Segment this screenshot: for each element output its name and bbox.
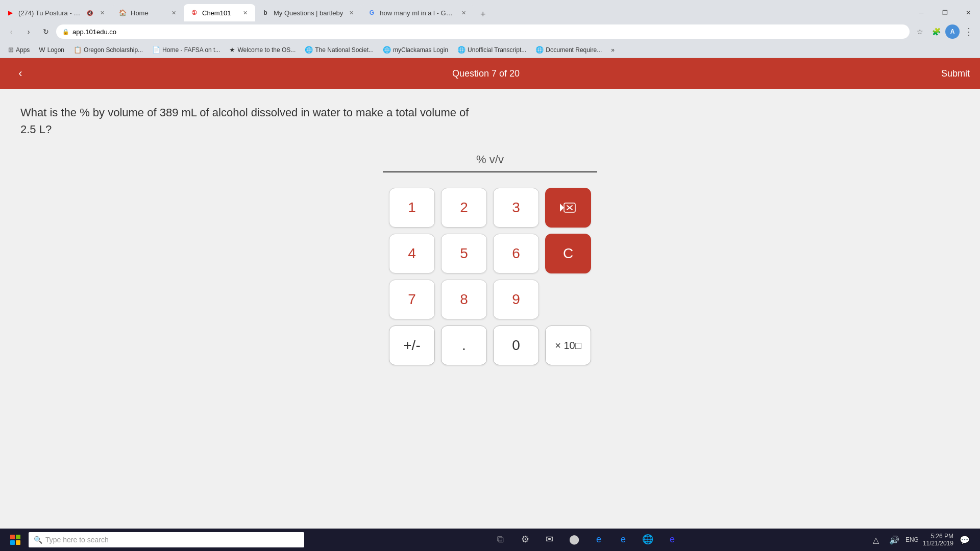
bookmark-welcome[interactable]: ★ Welcome to the OS...: [225, 45, 300, 55]
bookmark-fafsa[interactable]: 📄 Home - FAFSA on t...: [148, 45, 224, 55]
oregon-bookmark-icon: 📋: [74, 46, 82, 54]
start-button[interactable]: [4, 529, 27, 551]
taskbar-ie-button[interactable]: e: [612, 529, 634, 551]
taskbar-chrome-button[interactable]: 🌐: [636, 529, 659, 551]
ie2-icon: e: [670, 534, 675, 545]
bookmark-fafsa-label: Home - FAFSA on t...: [162, 46, 220, 54]
mail-icon: ✉: [546, 534, 553, 545]
language-indicator: ENG: [905, 536, 919, 543]
network-icon[interactable]: △: [869, 533, 883, 547]
tab-home[interactable]: 🏠 Home ✕: [112, 4, 184, 21]
page-header: ‹ Question 7 of 20 Submit: [0, 58, 980, 89]
home-tab-icon: 🏠: [118, 9, 127, 17]
tab-youtube[interactable]: ▶ (274) Tu Postura - YouT 🔇 ✕: [0, 4, 112, 21]
svg-marker-1: [560, 204, 564, 212]
calc-btn-9[interactable]: 9: [493, 280, 539, 319]
bookmark-myclackamas-label: myClackamas Login: [393, 46, 448, 54]
tab-home-close[interactable]: ✕: [169, 9, 178, 17]
maximize-button[interactable]: ❐: [933, 4, 957, 21]
close-button[interactable]: ✕: [957, 4, 980, 21]
bookmark-oregon[interactable]: 📋 Oregon Scholarship...: [69, 45, 147, 55]
taskbar-search-icon: 🔍: [34, 536, 42, 544]
tab-chem101-title: Chem101: [202, 9, 237, 17]
taskbar-cortana-button[interactable]: ⬤: [563, 529, 585, 551]
apps-bookmark-icon: ⊞: [8, 46, 14, 54]
minimize-button[interactable]: ─: [910, 4, 933, 21]
calc-btn-5[interactable]: 5: [441, 234, 487, 273]
calc-btn-4[interactable]: 4: [389, 234, 435, 273]
bookmark-myclackamas[interactable]: 🌐 myClackamas Login: [379, 45, 452, 55]
address-bar: ‹ › ↻ 🔒 app.101edu.co ☆ 🧩 A ⋮: [0, 21, 980, 42]
reload-button[interactable]: ↻: [39, 24, 53, 39]
taskbar-mail-button[interactable]: ✉: [538, 529, 561, 551]
notification-center-button[interactable]: 💬: [958, 533, 972, 547]
bookmark-unofficial[interactable]: 🌐 Unofficial Transcript...: [453, 45, 530, 55]
bookmarks-bar: ⊞ Apps W Logon 📋 Oregon Scholarship... 📄…: [0, 42, 980, 58]
bartleby-tab-icon: b: [261, 9, 270, 17]
bookmark-apps[interactable]: ⊞ Apps: [4, 45, 34, 55]
taskbar-search-placeholder: Type here to search: [45, 536, 109, 544]
page-content: What is the % by volume of 389 mL of alc…: [0, 89, 980, 529]
back-button[interactable]: ‹: [10, 63, 31, 84]
settings-icon: ⚙: [521, 534, 529, 545]
bookmark-oregon-label: Oregon Scholarship...: [84, 46, 143, 54]
forward-nav-button[interactable]: ›: [21, 24, 36, 39]
submit-button[interactable]: Submit: [941, 68, 970, 79]
bookmark-document[interactable]: 🌐 Document Require...: [531, 45, 606, 55]
fafsa-bookmark-icon: 📄: [152, 46, 160, 54]
tab-bartleby-close[interactable]: ✕: [347, 9, 355, 17]
national-bookmark-icon: 🌐: [305, 46, 313, 54]
tab-bartleby[interactable]: b My Questions | bartleby ✕: [255, 4, 361, 21]
tab-google[interactable]: G how many ml in a l - Goog ✕: [361, 4, 474, 21]
taskbar-ie2-button[interactable]: e: [661, 529, 683, 551]
edge-icon: e: [596, 534, 601, 545]
new-tab-button[interactable]: +: [476, 7, 490, 21]
task-view-icon: ⧉: [497, 534, 504, 545]
bookmark-logon-label: Logon: [47, 46, 64, 54]
cortana-icon: ⬤: [569, 534, 579, 545]
browser-menu-button[interactable]: ⋮: [962, 24, 976, 39]
calc-btn-3[interactable]: 3: [493, 188, 539, 228]
calc-btn-2[interactable]: 2: [441, 188, 487, 228]
calc-btn-8[interactable]: 8: [441, 280, 487, 319]
taskbar-task-view-button[interactable]: ⧉: [489, 529, 512, 551]
profile-button[interactable]: A: [945, 24, 960, 39]
youtube-tab-icon: ▶: [6, 9, 14, 17]
back-nav-button[interactable]: ‹: [4, 24, 18, 39]
bookmark-apps-label: Apps: [16, 46, 30, 54]
address-input[interactable]: 🔒 app.101edu.co: [56, 24, 910, 39]
tab-youtube-title: (274) Tu Postura - YouT: [18, 9, 82, 17]
calc-btn-backspace[interactable]: [545, 188, 591, 228]
bookmark-star-icon[interactable]: ☆: [913, 24, 927, 39]
clock-date: 11/21/2019: [923, 540, 953, 547]
calc-btn-7[interactable]: 7: [389, 280, 435, 319]
calc-btn-0[interactable]: 0: [493, 325, 539, 365]
window-controls: ─ ❐ ✕: [910, 4, 980, 21]
tab-chem101[interactable]: ① Chem101 ✕: [184, 4, 255, 21]
calc-btn-decimal[interactable]: .: [441, 325, 487, 365]
calc-btn-6[interactable]: 6: [493, 234, 539, 273]
calc-btn-clear[interactable]: C: [545, 234, 591, 273]
tab-google-close[interactable]: ✕: [459, 9, 468, 17]
bookmark-national[interactable]: 🌐 The National Societ...: [301, 45, 378, 55]
bookmark-logon[interactable]: W Logon: [35, 45, 68, 55]
welcome-bookmark-icon: ★: [229, 46, 235, 54]
volume-icon[interactable]: 🔊: [887, 533, 901, 547]
taskbar-settings-button[interactable]: ⚙: [514, 529, 536, 551]
calc-btn-plusminus[interactable]: +/-: [389, 325, 435, 365]
calc-empty-space: [545, 280, 591, 319]
calc-btn-x10[interactable]: × 10□: [545, 325, 591, 365]
taskbar: 🔍 Type here to search ⧉ ⚙ ✉ ⬤ e e 🌐 e △ …: [0, 529, 980, 551]
bookmark-welcome-label: Welcome to the OS...: [237, 46, 296, 54]
tab-youtube-close[interactable]: ✕: [98, 9, 106, 17]
taskbar-edge-button[interactable]: e: [587, 529, 610, 551]
tab-chem101-close[interactable]: ✕: [241, 9, 249, 17]
bookmark-more[interactable]: »: [607, 45, 619, 55]
chrome-icon: 🌐: [642, 534, 653, 545]
myclackamas-bookmark-icon: 🌐: [383, 46, 391, 54]
taskbar-search-box[interactable]: 🔍 Type here to search: [29, 532, 304, 547]
calc-btn-1[interactable]: 1: [389, 188, 435, 228]
taskbar-center-icons: ⧉ ⚙ ✉ ⬤ e e 🌐 e: [306, 529, 867, 551]
unofficial-bookmark-icon: 🌐: [457, 46, 465, 54]
extension-icon[interactable]: 🧩: [929, 24, 943, 39]
